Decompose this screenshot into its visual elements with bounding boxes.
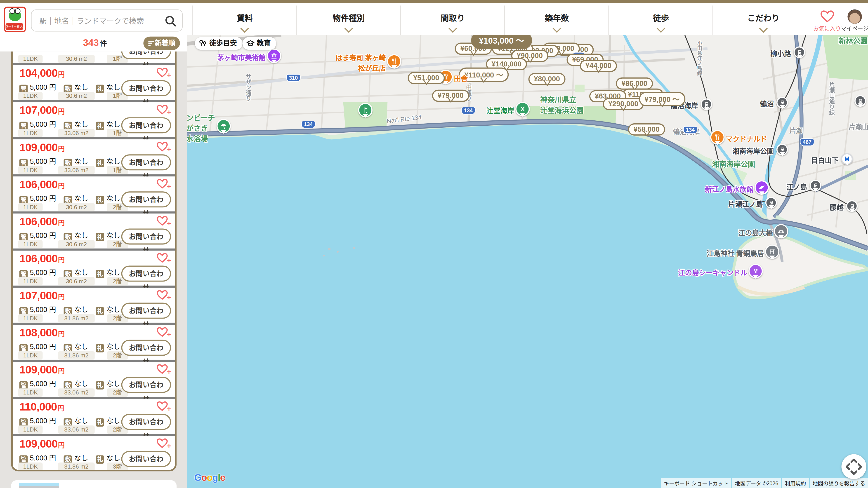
inquiry-button[interactable]: お問い合わせ	[121, 451, 171, 467]
favorite-heart-plus-icon[interactable]: +	[156, 326, 170, 339]
price-marker[interactable]: ¥86,000	[616, 77, 653, 90]
price: 109,000円	[20, 437, 64, 450]
poi-picnic-icon[interactable]	[515, 102, 530, 116]
inquiry-button[interactable]: お問い合わせ	[121, 228, 171, 245]
station-station-icon[interactable]	[810, 180, 821, 191]
favorite-heart-plus-icon[interactable]: +	[156, 215, 170, 228]
station-station-icon[interactable]	[776, 97, 788, 108]
poi-museum-icon[interactable]	[267, 48, 281, 63]
filter-5[interactable]: 徒歩	[608, 5, 713, 37]
favorite-heart-plus-icon[interactable]: +	[156, 178, 170, 191]
search-icon[interactable]	[164, 15, 177, 29]
listing-card[interactable]: 107,000円+管5,000 円敷なし礼なし1LDK31.86 m22階お問い…	[13, 288, 175, 322]
inquiry-button[interactable]: お問い合わせ	[121, 266, 171, 282]
listing-photo-card[interactable]	[11, 480, 177, 488]
inquiry-button[interactable]: お問い合わせ	[121, 191, 171, 207]
filter-2[interactable]: 物件種別	[296, 5, 401, 37]
filter-1[interactable]: 賃料	[192, 5, 297, 37]
listing-card[interactable]: 104,000円+管5,000 円敷なし礼なし1LDK30.6 m21階お問い合…	[13, 65, 175, 100]
filter-4[interactable]: 築年数	[504, 5, 609, 37]
price-marker[interactable]: ¥103,000 〜	[471, 35, 532, 49]
listing-card[interactable]: +1LDK30.6 m21階お問い合わせ	[13, 52, 175, 63]
inquiry-button[interactable]: お問い合わせ	[121, 414, 171, 430]
listing-card[interactable]: 109,000円+管5,000 円敷なし礼なし1LDK33.06 m22階お問い…	[13, 362, 175, 397]
station-station-icon[interactable]	[776, 144, 788, 155]
poi-label: 辻堂海岸	[487, 105, 514, 116]
price-marker[interactable]: ¥80,000	[528, 73, 565, 85]
listing-card[interactable]: 106,000円+管5,000 円敷なし礼なし1LDK30.6 m22階お問い合…	[13, 251, 175, 285]
favorites-button[interactable]: お気に入り	[813, 9, 841, 32]
card-divider	[13, 434, 175, 436]
inquiry-button[interactable]: お問い合わせ	[121, 303, 171, 319]
attribution-item[interactable]: 利用規約	[782, 478, 809, 488]
favorite-heart-plus-icon[interactable]: +	[156, 104, 170, 116]
price-marker[interactable]: ¥44,000	[580, 60, 617, 72]
pan-control-button[interactable]	[841, 454, 866, 479]
mypage-button[interactable]: マイページ	[841, 9, 868, 32]
attribution-item[interactable]: 地図の誤りを報告する	[810, 478, 868, 488]
favorite-heart-plus-icon[interactable]: +	[156, 289, 170, 302]
listing-card[interactable]: 110,000円+管5,000 円敷なし礼なし1LDK33.06 m22階お問い…	[13, 399, 175, 434]
poi-bridge-icon[interactable]	[774, 224, 788, 238]
poi-aquarium-icon[interactable]	[754, 180, 769, 195]
listing-card[interactable]: 107,000円+管5,000 円敷なし礼なし1LDK33.06 m21階お問い…	[13, 102, 175, 137]
map-toggle-1[interactable]: 徒歩目安	[195, 37, 243, 50]
map-area-label: 湘南海岸公園	[712, 159, 755, 169]
poi-restaurant-icon[interactable]	[387, 54, 401, 69]
tag-pill: 1LDK	[18, 55, 43, 63]
filter-3[interactable]: 間取り	[400, 5, 505, 37]
listing-card[interactable]: 109,000円+管5,000 円敷なし礼なし1LDK33.06 m21階お問い…	[13, 139, 175, 174]
favorite-heart-plus-icon[interactable]: +	[156, 400, 170, 413]
tag-pill: 31.86 m2	[58, 462, 95, 471]
station-station-icon[interactable]	[794, 46, 805, 58]
fee-value: なし	[74, 269, 88, 276]
favorite-heart-plus-icon[interactable]: +	[156, 437, 170, 450]
fee-value: なし	[74, 195, 88, 202]
station-station-icon[interactable]	[855, 95, 866, 107]
listing-card[interactable]: 106,000円+管5,000 円敷なし礼なし1LDK30.6 m22階お問い合…	[13, 176, 175, 211]
inquiry-button[interactable]: お問い合わせ	[121, 52, 171, 59]
tags-row: 1LDK30.6 m22階	[18, 240, 128, 249]
inquiry-button[interactable]: お問い合わせ	[121, 80, 171, 96]
listing-card[interactable]: 106,000円+管5,000 円敷なし礼なし1LDK30.6 m22階お問い合…	[13, 214, 175, 248]
poi-tower-icon[interactable]	[748, 264, 763, 278]
favorite-heart-plus-icon[interactable]: +	[156, 67, 170, 79]
inquiry-button[interactable]: お問い合わせ	[121, 117, 171, 133]
map-canvas[interactable]: ¥46,000¥99,000¥92,000¥121,000¥60,000¥90,…	[187, 35, 868, 488]
fee-value: なし	[74, 84, 88, 91]
map-toggle-2[interactable]: 教育	[243, 37, 276, 50]
poi-beach-icon[interactable]	[217, 119, 231, 133]
station-station-icon[interactable]	[846, 200, 858, 212]
poi-golf-icon[interactable]	[358, 103, 373, 117]
poi-restaurant-icon[interactable]	[710, 130, 725, 144]
inquiry-button[interactable]: お問い合わせ	[121, 154, 171, 170]
price-marker[interactable]: ¥51,000	[408, 72, 445, 84]
map-attribution: キーボード ショートカット地図データ ©2026利用規約地図の誤りを報告する	[661, 478, 868, 488]
price-marker[interactable]: ¥58,000	[628, 123, 665, 135]
poi-label: マクドナルド	[726, 133, 767, 144]
search-input[interactable]	[38, 13, 162, 29]
favorite-heart-plus-icon[interactable]: +	[156, 252, 170, 265]
inquiry-button[interactable]: お問い合わせ	[121, 377, 171, 393]
google-logo[interactable]: Google	[194, 473, 225, 484]
favorite-heart-plus-icon[interactable]: +	[156, 141, 170, 153]
price-marker[interactable]: ¥290,000	[603, 98, 644, 110]
site-logo[interactable]: ユーミーらいふ	[4, 6, 26, 32]
station-station-icon[interactable]	[701, 98, 712, 110]
station-m-icon[interactable]: M	[841, 153, 852, 165]
results-header: 343件 新着順	[0, 35, 187, 51]
inquiry-button[interactable]: お問い合わせ	[121, 340, 171, 356]
station-label: 鵠沼	[760, 98, 774, 109]
poi-torii-icon[interactable]	[765, 245, 779, 259]
favorite-heart-plus-icon[interactable]: +	[156, 363, 170, 376]
price-marker[interactable]: ¥79,000	[432, 90, 469, 102]
listing-card[interactable]: 108,000円+管5,000 円敷なし礼なし1LDK31.86 m22階お問い…	[13, 325, 175, 360]
fee-value: なし	[106, 121, 120, 128]
attribution-item[interactable]: キーボード ショートカット	[661, 478, 731, 488]
listing-card[interactable]: 109,000円+管5,000 円敷なし礼なし1LDK31.86 m23階お問い…	[13, 436, 175, 471]
sort-button[interactable]: 新着順	[143, 37, 180, 50]
filter-6[interactable]: こだわり	[712, 5, 814, 37]
tags-row: 1LDK33.06 m22階	[18, 388, 128, 397]
price-marker[interactable]: ¥79,000 〜	[639, 92, 685, 106]
station-station-icon[interactable]	[765, 197, 777, 208]
